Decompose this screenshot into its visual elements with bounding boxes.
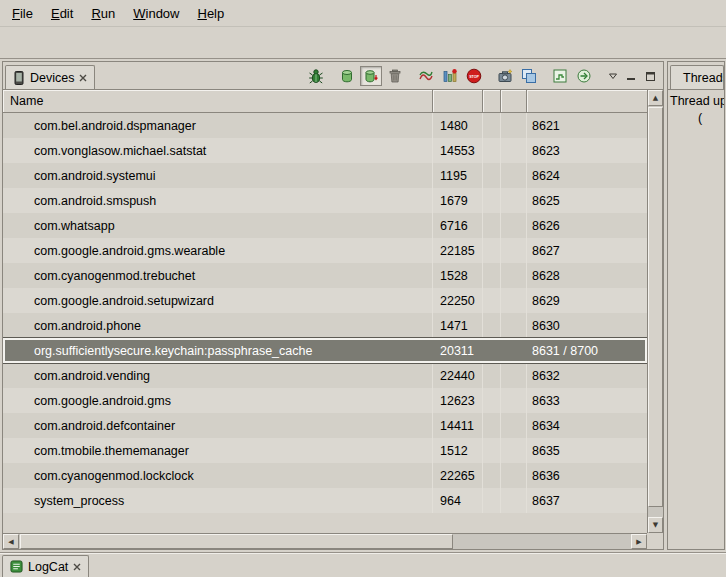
column-header-4[interactable] [501,90,527,113]
process-cell-4 [501,463,527,488]
devices-view-toolbar: STOP [296,66,663,89]
cause-gc-button[interactable] [384,66,406,86]
table-row[interactable]: com.bel.android.dspmanager14808621 [3,113,647,138]
screen-capture-button[interactable] [494,66,516,86]
process-cell-3 [483,438,501,463]
vertical-scroll-thumb[interactable] [648,107,663,507]
scroll-up-button[interactable]: ▲ [648,90,663,106]
table-row[interactable]: com.android.defcontainer144118634 [3,413,647,438]
table-header: Name [3,90,647,113]
column-header-port[interactable] [527,90,647,113]
process-pid: 14553 [433,138,483,163]
table-row[interactable]: com.google.android.gms126238633 [3,388,647,413]
method-profiling-button[interactable] [439,66,461,86]
process-cell-4 [501,313,527,338]
close-icon[interactable] [73,563,81,571]
process-cell-4 [501,238,527,263]
process-name: com.google.android.gms.wearable [3,238,433,263]
device-table-rows: com.bel.android.dspmanager14808621com.vo… [3,113,647,533]
table-row[interactable]: org.sufficientlysecure.keychain:passphra… [3,338,647,363]
table-row[interactable]: com.android.phone14718630 [3,313,647,338]
process-pid: 1679 [433,188,483,213]
tab-devices[interactable]: Devices [5,65,95,89]
table-row[interactable]: com.vonglasow.michael.satstat145538623 [3,138,647,163]
tab-logcat[interactable]: LogCat [2,555,89,577]
table-row[interactable]: com.android.systemui11958624 [3,163,647,188]
vertical-scrollbar[interactable]: ▲ ▼ [647,90,663,533]
horizontal-scroll-thumb[interactable] [20,534,453,549]
scroll-left-button[interactable]: ◀ [3,534,19,549]
table-row[interactable]: com.google.android.gms.wearable221858627 [3,238,647,263]
systrace-button[interactable] [549,66,571,86]
table-row[interactable]: com.android.smspush16798625 [3,188,647,213]
process-name: org.sufficientlysecure.keychain:passphra… [3,338,433,363]
table-row[interactable]: com.whatsapp67168626 [3,213,647,238]
dump-hprof-icon [363,68,379,84]
process-name: com.android.vending [3,363,433,388]
process-port: 8637 [527,488,647,513]
table-row[interactable]: com.tmobile.thememanager15128635 [3,438,647,463]
column-header-pid[interactable] [433,90,483,113]
menu-file[interactable]: File [3,0,42,26]
process-cell-3 [483,188,501,213]
process-pid: 1512 [433,438,483,463]
view-menu-button[interactable] [604,66,621,86]
minimize-button[interactable] [623,66,640,86]
close-icon[interactable] [79,74,87,82]
method-profiling-icon [442,68,458,84]
logcat-icon [10,560,23,573]
process-cell-3 [483,263,501,288]
process-cell-4 [501,488,527,513]
menu-run[interactable]: Run [82,0,124,26]
dump-hprof-button[interactable] [360,66,382,86]
process-port: 8629 [527,288,647,313]
process-pid: 22185 [433,238,483,263]
process-port: 8634 [527,413,647,438]
table-row[interactable]: com.android.vending224408632 [3,363,647,388]
process-cell-4 [501,363,527,388]
table-row[interactable]: com.cyanogenmod.trebuchet15288628 [3,263,647,288]
tab-threads[interactable]: Threads [670,65,724,89]
update-threads-button[interactable] [415,66,437,86]
process-cell-4 [501,288,527,313]
scroll-down-button[interactable]: ▼ [648,517,663,533]
process-cell-4 [501,213,527,238]
process-name: com.android.smspush [3,188,433,213]
process-name: com.android.phone [3,313,433,338]
view-menu-icon [608,71,618,81]
minimize-icon [626,71,637,82]
column-header-3[interactable] [483,90,501,113]
update-heap-button[interactable] [336,66,358,86]
stop-process-button[interactable]: STOP [463,66,485,86]
table-row[interactable]: com.cyanogenmod.lockclock222658636 [3,463,647,488]
devices-tabbar: Devices [3,62,663,89]
scroll-right-button[interactable]: ▶ [631,534,647,549]
process-cell-4 [501,138,527,163]
process-pid: 1480 [433,113,483,138]
maximize-button[interactable] [642,66,659,86]
process-name: com.whatsapp [3,213,433,238]
debug-process-button[interactable] [305,66,327,86]
threads-message: Thread up ( [668,89,724,549]
process-port: 8628 [527,263,647,288]
opengl-trace-button[interactable] [573,66,595,86]
menu-edit[interactable]: Edit [42,0,82,26]
menu-window[interactable]: Window [124,0,188,26]
view-hierarchy-button[interactable] [518,66,540,86]
update-threads-icon [418,68,434,84]
column-header-name[interactable]: Name [3,90,433,113]
threads-message-line1: Thread up [670,93,722,110]
process-name: com.google.android.gms [3,388,433,413]
view-hierarchy-icon [521,68,537,84]
table-row[interactable]: system_process9648637 [3,488,647,513]
process-cell-4 [501,188,527,213]
menu-help[interactable]: Help [188,0,233,26]
opengl-trace-icon [576,68,592,84]
process-cell-3 [483,213,501,238]
process-cell-4 [501,163,527,188]
process-name: com.google.android.setupwizard [3,288,433,313]
table-row[interactable]: com.google.android.setupwizard222508629 [3,288,647,313]
horizontal-scrollbar[interactable]: ◀ ▶ [3,533,647,549]
bottom-tab-strip: LogCat [0,552,726,577]
process-pid: 1195 [433,163,483,188]
